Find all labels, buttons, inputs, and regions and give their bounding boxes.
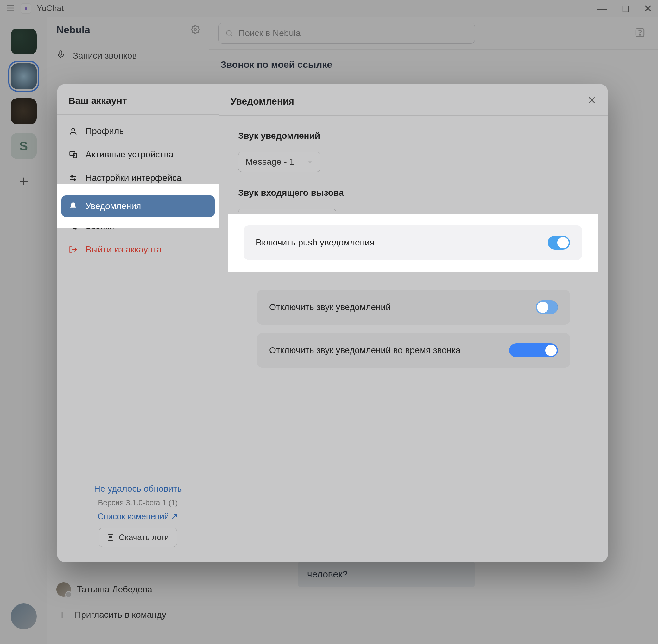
nav-label: Уведомления: [86, 201, 141, 211]
incoming-call-sound-label: Звук входящего вызова: [238, 188, 589, 198]
nav-devices[interactable]: Активные устройства: [62, 144, 214, 165]
nav-label: Профиль: [86, 126, 124, 136]
modal-content: Уведомления Звук уведомлений Message - 1…: [219, 84, 608, 562]
mute-notifications-row: Отключить звук уведомлений: [257, 290, 570, 325]
nav-label: Выйти из аккаунта: [86, 245, 162, 255]
chevron-down-icon: [307, 157, 313, 167]
nav-logout[interactable]: Выйти из аккаунта: [62, 239, 214, 260]
toggle-label: Отключить звук уведомлений во время звон…: [269, 345, 461, 355]
modal-sidebar-footer: Не удалось обновить Версия 3.1.0-beta.1 …: [57, 479, 219, 562]
nav-notifications[interactable]: Уведомления: [62, 196, 215, 217]
version-label: Версия 3.1.0-beta.1 (1): [98, 498, 178, 507]
devices-icon: [68, 150, 78, 159]
notification-sound-label: Звук уведомлений: [238, 131, 589, 141]
download-icon: [107, 534, 114, 542]
push-notifications-row: Включить push уведомления: [244, 225, 582, 260]
push-notifications-toggle[interactable]: [548, 236, 570, 250]
highlight-nav-notifications: Уведомления: [57, 184, 219, 228]
nav-profile[interactable]: Профиль: [62, 120, 214, 142]
download-logs-button[interactable]: Скачать логи: [99, 528, 177, 547]
nav-label: Активные устройства: [86, 150, 173, 160]
select-value: Message - 1: [245, 157, 294, 167]
update-status[interactable]: Не удалось обновить: [94, 484, 182, 494]
close-icon[interactable]: [587, 95, 596, 107]
nav-label: Настройки интерфейса: [86, 173, 182, 183]
bell-icon: [68, 202, 78, 211]
mute-notifications-toggle[interactable]: [536, 300, 558, 314]
svg-point-10: [72, 128, 74, 131]
download-logs-label: Скачать логи: [119, 532, 169, 542]
logout-icon: [68, 245, 78, 254]
sliders-icon: [68, 173, 78, 183]
modal-sidebar: Ваш аккаунт Профиль Активные устройства …: [57, 84, 219, 562]
notification-sound-select[interactable]: Message - 1: [238, 152, 321, 172]
account-settings-modal: Ваш аккаунт Профиль Активные устройства …: [57, 84, 608, 562]
toggle-label: Отключить звук уведомлений: [269, 302, 391, 312]
highlight-push-row: Включить push уведомления: [228, 213, 598, 272]
modal-title: Уведомления: [231, 96, 294, 107]
modal-sidebar-title: Ваш аккаунт: [57, 84, 219, 115]
mute-in-call-row: Отключить звук уведомлений во время звон…: [257, 333, 570, 368]
mute-in-call-toggle[interactable]: [509, 343, 558, 357]
changelog-link[interactable]: Список изменений ↗: [98, 512, 178, 522]
user-icon: [68, 127, 78, 136]
toggle-label: Включить push уведомления: [256, 237, 375, 248]
